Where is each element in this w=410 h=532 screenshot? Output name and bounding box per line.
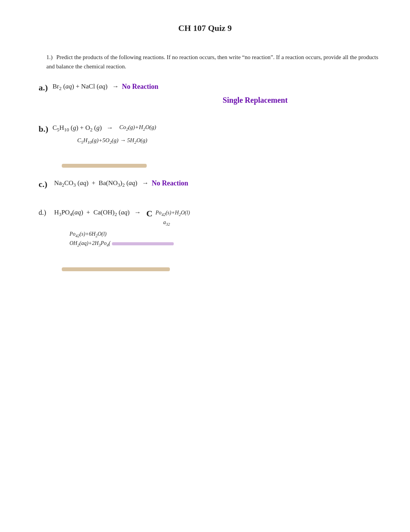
part-b-row: b.) C5H10 (g) + O2 (g) → Co2(g)+H2O(g)	[39, 124, 379, 134]
part-c-label: c.)	[39, 179, 53, 189]
part-b-label: b.)	[39, 124, 53, 134]
part-a-row: a.) Br2 (aq) + NaCl (aq) → No Reaction	[39, 83, 379, 93]
part-a-label: a.)	[39, 83, 53, 93]
part-d-line2: Po42(s)+6H2O(l)	[69, 230, 379, 239]
part-d-line3: OH2(aq)+2H3Po4(	[69, 239, 379, 248]
part-d-c-label: C	[146, 209, 152, 219]
divider-bar-1	[62, 164, 147, 168]
part-d-equation: H3PO4(aq) + Ca(OH)2 (aq) →	[53, 209, 144, 218]
question-intro: 1.) Predict the products of the followin…	[46, 53, 379, 71]
part-c-equation: Na2CO3 (aq) + Ba(NO3)2 (aq) →	[53, 179, 152, 188]
question-text: Predict the products of the following re…	[46, 54, 378, 70]
part-a-equation: Br2 (aq) + NaCl (aq) →	[53, 83, 122, 92]
highlight-bar-d	[112, 242, 174, 245]
part-d-row: d.) H3PO4(aq) + Ca(OH)2 (aq) → C Po42(s)…	[39, 209, 379, 228]
part-a-answer2: Single Replacement	[131, 96, 379, 105]
question-number: 1.)	[46, 54, 53, 60]
part-d-products-top: Po42(s)+H2O(l) a32	[156, 209, 190, 228]
part-d-section: d.) H3PO4(aq) + Ca(OH)2 (aq) → C Po42(s)…	[31, 209, 379, 248]
divider-bar-2	[62, 267, 170, 271]
part-d-label: d.)	[39, 209, 53, 217]
part-a-section: a.) Br2 (aq) + NaCl (aq) → No Reaction S…	[31, 83, 379, 105]
part-b-balanced: C5H10(g)+5O2(g) → 5H2O(g)	[77, 137, 379, 144]
part-c-section: c.) Na2CO3 (aq) + Ba(NO3)2 (aq) → No Rea…	[31, 179, 379, 189]
part-b-product-inline: Co2(g)+H2O(g)	[119, 124, 156, 131]
part-c-answer: No Reaction	[152, 179, 188, 187]
part-b-equation: C5H10 (g) + O2 (g) →	[53, 124, 116, 133]
page-title: CH 107 Quiz 9	[31, 23, 379, 33]
part-a-answer: No Reaction	[122, 83, 158, 91]
part-c-row: c.) Na2CO3 (aq) + Ba(NO3)2 (aq) → No Rea…	[39, 179, 379, 189]
part-b-section: b.) C5H10 (g) + O2 (g) → Co2(g)+H2O(g) C…	[31, 124, 379, 144]
